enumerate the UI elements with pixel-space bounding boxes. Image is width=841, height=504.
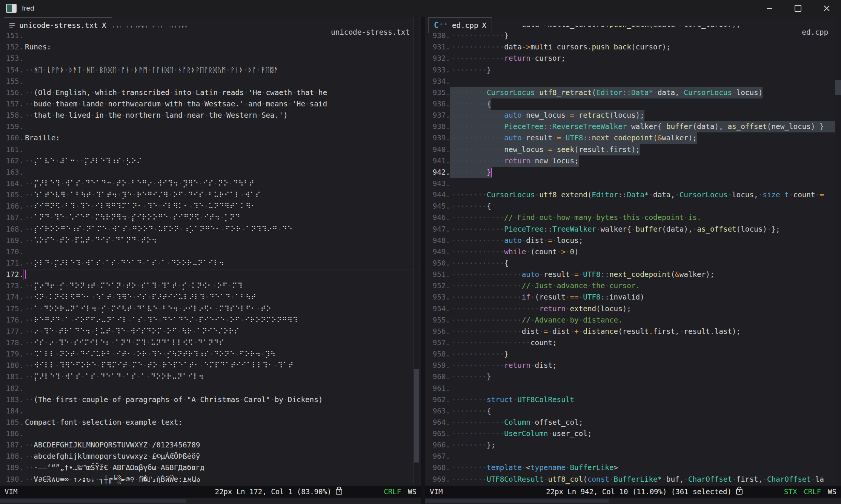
line-content (450, 76, 452, 87)
code-line: 941.············return·new_locus; (425, 155, 841, 167)
line-content: ············{ (450, 258, 509, 269)
code-line: 171.··⡕⠇⠙·⡍⠜⠇⠑⠹·⠺⠁⠎·⠁⠎·⠙⠑⠁⠙·⠁⠎·⠁·⠙⠕⠕⠗⠤⠝⠁… (0, 258, 421, 269)
line-number: 958. (425, 349, 450, 360)
eol-indicator: CRLF (384, 487, 401, 496)
horizontal-scrollbar-right[interactable] (425, 498, 841, 504)
code-line: 933.········} (425, 65, 841, 76)
line-number: 163. (0, 167, 23, 178)
line-content: ············PieceTree::TreeWalker·walker… (450, 224, 780, 235)
code-line: 947.············PieceTree::TreeWalker·wa… (425, 224, 841, 235)
code-line: 163. (0, 167, 421, 178)
line-number: 957. (425, 337, 450, 349)
code-line: 969.········UTF8ColResult·utf8_col(const… (425, 474, 841, 485)
scrollbar-thumb[interactable] (0, 499, 186, 503)
code-line: 159. (0, 121, 421, 132)
tab-close-icon[interactable]: X (482, 21, 487, 30)
line-number: 178. (0, 337, 23, 349)
line-number: 164. (0, 178, 23, 189)
line-content: Braille: (23, 132, 60, 144)
line-number: 939. (425, 132, 450, 144)
line-content: ··⠔·⠹⠑·⠞⠗⠁⠙⠑⠲·⡃⠥⠞·⠹⠑·⠺⠊⠎⠙⠕⠍·⠕⠋·⠳⠗·⠁⠝⠊⠑⠌⠕… (23, 326, 239, 337)
line-content: ··⠊⠎·⠔·⠹⠑·⠎⠊⠍⠊⠇⠑⠆·⠁⠝⠙·⠍⠹·⠥⠝⠙⠁⠇⠇⠪⠫·⠙⠁⠝⠙⠎ (23, 337, 224, 349)
minimize-button[interactable] (755, 0, 784, 17)
line-number: 167. (0, 212, 23, 223)
line-content: ············data->multi_cursors.push_bac… (450, 41, 670, 53)
code-line: 156.··(Old·English,·which·transcribed·in… (0, 87, 421, 98)
tab-close-icon[interactable]: X (102, 21, 106, 30)
line-content: ··⠗⠑⠛⠜⠙·⠁·⠊⠕⠋⠋⠔⠤⠝⠁⠊⠇·⠁⠎·⠹⠑·⠙⠑⠁⠙⠑⠌·⠏⠊⠑⠊⠑·… (23, 315, 298, 326)
line-number: 180. (0, 360, 23, 371)
code-line: 954.····················return·extend(lo… (425, 303, 841, 315)
tab-label: ed.cpp (452, 21, 478, 30)
line-content: ··⠎⠊⠛⠝⠫·⠃⠹·⠹⠑·⠊⠇⠻⠛⠹⠍⠁⠝⠂·⠹⠑·⠊⠇⠻⠅⠂·⠹⠑·⠥⠝⠙⠻… (23, 201, 256, 212)
line-content (23, 121, 25, 132)
app-icon (6, 4, 17, 13)
line-number: 960. (425, 371, 450, 383)
line-number: 176. (0, 315, 23, 326)
line-content: ····················return·extend(locus)… (450, 303, 631, 315)
code-line: 164.··⡍⠜⠇⠑⠹·⠺⠁⠎·⠙⠑⠁⠙⠒·⠞⠕·⠃⠑⠛⠔·⠺⠊⠹⠲·⡹⠻⠑·⠊… (0, 178, 421, 189)
editor-left[interactable]: 150.··ᚦᚫᛏ·ᚹᛖᚪᚱᚦ·ᚢᛚᚠ·ᚩᚾ·ᚦᚫᛗ·ᛚᚪᚾᛞᛖ·ᛒᛁᚦ·ᛗᛁᛚ… (0, 17, 421, 485)
code-line: 948.············auto·dist·=·locus; (425, 235, 841, 246)
code-line: 155. (0, 76, 421, 87)
line-content: ········} (450, 167, 492, 178)
code-line: 940.············new_locus·=·seek(result.… (425, 144, 841, 155)
code-line: 952.················//·Just·advance·the·… (425, 280, 841, 292)
maximize-button[interactable] (784, 0, 812, 17)
scrollbar-thumb[interactable] (414, 369, 419, 463)
scrollbar-thumb[interactable] (425, 499, 609, 503)
line-number: 952. (425, 280, 450, 292)
line-content: ················--count; (450, 337, 557, 349)
line-number: 937. (425, 110, 450, 121)
line-number: 956. (425, 326, 450, 337)
lock-icon[interactable] (736, 489, 743, 495)
line-number: 160. (0, 132, 23, 144)
line-content: Runes: (23, 41, 51, 53)
scrollbar-thumb[interactable] (835, 80, 841, 95)
vertical-scrollbar-right[interactable] (835, 17, 841, 485)
line-content: ··∀∂∈ℝ∧∪≡∞·↑↗↨↻⇣·┐┼╔╘░►☺♀·ﬁ�⑀₂ἠḂӥẄɐː⍎אԱა (23, 474, 201, 485)
line-number: 938. (425, 121, 450, 132)
line-number: 968. (425, 462, 450, 473)
line-number: 966. (425, 439, 450, 451)
tab-unicode-stress[interactable]: unicode-stress.txt X (4, 17, 112, 33)
line-number: 967. (425, 451, 450, 462)
code-line: 154.··ᚻᛖ·ᚳᚹᚫᚦ·ᚦᚫᛏ·ᚻᛖ·ᛒᚢᛞᛖ·ᚩᚾ·ᚦᚫᛗ·ᛚᚪᚾᛞᛖ·ᚾ… (0, 65, 421, 76)
line-number: 169. (0, 235, 23, 246)
code-line: 168.··⡎⠊⠗⠕⠕⠛⠑⠰⠎·⠝⠁⠍⠑·⠺⠁⠎·⠛⠕⠕⠙·⠥⠏⠕⠝·⠰⡡⠁⠝⠛… (0, 224, 421, 235)
line-content: ············new_locus·=·seek(result.firs… (450, 144, 640, 155)
line-number: 940. (425, 144, 450, 155)
title-bar: fred (0, 0, 841, 17)
lock-icon[interactable] (336, 489, 342, 495)
code-line: 961. (425, 383, 841, 394)
status-bar-left: VIM 22px Ln 172, Col 1 (83.90%) CRLF WS (0, 485, 421, 498)
line-number: 172. (0, 269, 23, 280)
code-line: 185.Compact·font·selection·example·text: (0, 417, 421, 428)
mode-indicator: VIM (5, 487, 17, 496)
editor-right[interactable]: 929.················data->multi_cursors.… (425, 17, 841, 485)
line-content: ············return·dist; (450, 360, 557, 371)
line-content (23, 76, 25, 87)
line-number: 961. (425, 383, 450, 394)
line-content: ··(Old·English,·which·transcribed·into·L… (23, 87, 327, 98)
line-number: 948. (425, 235, 450, 246)
line-content: ········} (450, 65, 491, 76)
horizontal-scrollbar-left[interactable] (0, 498, 421, 504)
line-number: 186. (0, 428, 23, 439)
close-button[interactable] (812, 0, 841, 17)
line-number: 188. (0, 451, 23, 462)
line-number: 184. (0, 406, 23, 417)
tab-ed-cpp[interactable]: C⁺⁺ ed.cpp X (428, 17, 492, 33)
file-flags: STX CRLF WS (784, 487, 836, 496)
code-line: 182. (0, 383, 421, 394)
pane-divider[interactable] (421, 17, 425, 504)
vertical-scrollbar-left[interactable] (414, 17, 419, 485)
code-line: 937.············auto·new_locus·=·retract… (425, 110, 841, 121)
line-content: ············auto·new_locus·=·retract(loc… (450, 110, 644, 121)
line-number: 944. (425, 189, 450, 201)
line-content: ··⠺⠊⠇⠇·⠹⠻⠑⠋⠕⠗⠑·⠏⠻⠍⠊⠞·⠍⠑·⠞⠕·⠗⠑⠏⠑⠁⠞⠂·⠑⠍⠏⠙⠁… (23, 360, 294, 371)
line-content: ············PieceTree::ReverseTreeWalker… (450, 121, 841, 132)
line-number: 173. (0, 280, 23, 292)
code-line: 176.··⠗⠑⠛⠜⠙·⠁·⠊⠕⠋⠋⠔⠤⠝⠁⠊⠇·⠁⠎·⠹⠑·⠙⠑⠁⠙⠑⠌·⠏⠊… (0, 315, 421, 326)
line-number: 955. (425, 315, 450, 326)
